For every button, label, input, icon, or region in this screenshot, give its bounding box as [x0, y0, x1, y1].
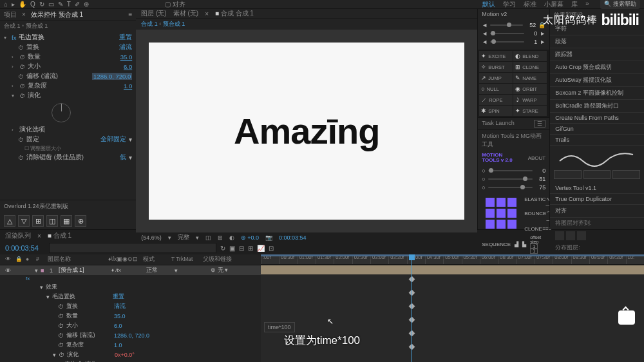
motion-slider-3[interactable] — [490, 41, 524, 43]
slider-left-icon[interactable]: ◄ — [482, 22, 488, 28]
panel-item[interactable]: 跟踪器 — [550, 48, 644, 61]
overlord-btn-1[interactable]: △ — [4, 215, 15, 227]
tl-icon-3[interactable]: ⊟ — [239, 245, 244, 252]
motion-action-spin[interactable]: ✱SPIN — [479, 106, 513, 116]
effects-presets-header[interactable]: 效果和预设 — [550, 9, 644, 21]
panel-item[interactable]: Auto Crop 预合成裁切 — [550, 61, 644, 74]
mt-slider-2[interactable] — [488, 178, 533, 180]
val-displacement[interactable]: 湍流 — [119, 43, 132, 52]
overlord-btn-5[interactable]: ▦ — [61, 215, 72, 227]
motion-action-excite[interactable]: ✦EXCITE — [479, 51, 513, 61]
tab-footage[interactable]: 素材 (无) — [173, 9, 198, 18]
motion-action-clone[interactable]: ⊞CLONE — [513, 62, 547, 72]
comp-breadcrumb: 合成 1 ‹ 预合成 1 — [136, 19, 477, 30]
tab-layer[interactable]: 图层 (无) — [141, 9, 166, 18]
task-launch-box[interactable]: ☰ — [534, 120, 545, 128]
stamp-tool-icon[interactable]: ⊛ — [84, 1, 89, 8]
val-complexity[interactable]: 1.0 — [124, 82, 132, 90]
timeline-layer-1[interactable]: 👁 ▾■1 [预合成 1] ♦ /fx 正常▾ ⊚ 无 ▾ — [0, 265, 261, 275]
motion-action-jump[interactable]: ↗JUMP — [479, 73, 513, 83]
selection-tool-icon[interactable]: ▸ — [12, 1, 15, 8]
workspace-tab-library[interactable]: 库 — [571, 0, 578, 9]
motion-action-blend[interactable]: ◐BLEND — [513, 51, 547, 61]
trails-btn-3[interactable] — [612, 170, 640, 179]
tl-icon-2[interactable]: ▣ — [229, 245, 235, 252]
prop-evolve-options[interactable]: 演化选项 — [19, 126, 132, 134]
val-amount[interactable]: 35.0 — [120, 53, 133, 61]
help-search[interactable]: 🔍 搜索帮助 — [600, 0, 640, 9]
motion-slider-1[interactable] — [490, 24, 523, 26]
effect-controls-tab[interactable]: 效果控件 预合成 1 — [31, 10, 83, 19]
tl-icon-graph[interactable]: 📈 — [257, 245, 265, 252]
lock-icon[interactable]: 🔒 — [538, 22, 545, 28]
align-panel-header[interactable]: 对齐 — [550, 205, 644, 218]
panel-item[interactable]: Boxcam 2 平面摄像机控制 — [550, 87, 644, 100]
overlord-btn-2[interactable]: ▽ — [18, 215, 30, 227]
mt-slider-1[interactable] — [488, 170, 533, 171]
workspace-tab-default[interactable]: 默认 — [482, 0, 495, 9]
panel-item[interactable]: 字符 — [550, 23, 644, 35]
val-antialias[interactable]: 低 — [120, 153, 126, 162]
task-launch-label: Task Launch ☰ — [478, 117, 549, 129]
val-offset[interactable]: 1286.0, 720.0 — [92, 73, 132, 80]
motion-action-null[interactable]: ○NULL — [479, 84, 513, 94]
timeline-search[interactable] — [49, 243, 216, 253]
evolution-dial[interactable] — [52, 103, 71, 122]
truecomp-item[interactable]: True Comp Duplicator — [550, 194, 644, 205]
tl-icon-4[interactable]: ⊞ — [248, 245, 253, 252]
rotate-tool-icon[interactable]: ↻ — [39, 1, 44, 8]
workspace-tab-small[interactable]: 小屏幕 — [544, 0, 564, 9]
panel-item[interactable]: 段落 — [550, 35, 644, 48]
shape-tool-icon[interactable]: ▭ — [48, 1, 54, 8]
workspace-tab-standard[interactable]: 标准 — [524, 0, 536, 9]
panel-item[interactable]: Trails — [550, 135, 644, 146]
val-size[interactable]: 6.0 — [124, 63, 132, 70]
timeline-timecode[interactable]: 0:00:03;54 — [0, 243, 44, 253]
panel-item[interactable]: GifGun — [550, 124, 644, 135]
viewer-area[interactable]: Amazīng — [136, 30, 477, 233]
motion-action-orbit[interactable]: ◉ORBIT — [513, 84, 547, 94]
panel-item[interactable]: Create Nulls From Paths — [550, 113, 644, 124]
zoom-tool-icon[interactable]: Q — [30, 1, 35, 8]
right-dock: 效果和预设 字符段落跟踪器Auto Crop 预合成裁切AutoSway 摇摆汉… — [549, 9, 644, 229]
panel-item[interactable]: AutoSway 摇摆汉化版 — [550, 74, 644, 87]
workspace-tab-learn[interactable]: 学习 — [503, 0, 516, 9]
overlord-btn-4[interactable]: ◫ — [46, 215, 58, 227]
motion-action-warp[interactable]: ⤸WARP — [513, 95, 547, 105]
motion-slider-2[interactable] — [490, 33, 524, 34]
overlord-btn-3[interactable]: ⊞ — [32, 215, 44, 227]
overlord-btn-6[interactable]: ⊕ — [75, 215, 86, 227]
text-tool-icon[interactable]: T — [67, 1, 71, 8]
brush-tool-icon[interactable]: ✐ — [75, 1, 80, 8]
motion-action-stare[interactable]: ✦STARE — [513, 106, 547, 116]
tl-icon-1[interactable]: ↻ — [220, 245, 225, 252]
home-icon[interactable]: ⌂ — [4, 1, 8, 8]
vertex-tool-item[interactable]: Vertex Tool v1.1 — [550, 183, 644, 194]
work-area-bar[interactable] — [261, 254, 644, 256]
timeline-layer-panel: 👁🔒● # 图层名称 ♦\fx▣◉⊙⊡ 模式 T TrkMat 父级和链接 👁 … — [0, 254, 261, 362]
effect-name[interactable]: 毛边置换 — [19, 33, 117, 42]
motion-action-name[interactable]: ✎NAME — [513, 73, 547, 83]
tab-composition[interactable]: ■ 合成 合成 1 — [215, 9, 254, 18]
panel-item[interactable]: BoltCradle 路径圆角封口 — [550, 100, 644, 113]
playhead[interactable] — [412, 254, 412, 362]
prop-antialias: 消除锯齿 (最佳品质) — [26, 153, 117, 162]
hand-tool-icon[interactable]: ✋ — [19, 1, 26, 8]
motion-action-burst[interactable]: ✧BURST — [479, 62, 513, 72]
motion-action-rope[interactable]: ⟋ROPE — [479, 95, 513, 105]
tl-icon-snap[interactable]: ⊡ — [269, 245, 274, 252]
reset-link[interactable]: 重置 — [119, 33, 132, 42]
pen-tool-icon[interactable]: ✎ — [58, 1, 63, 8]
trails-btn-2[interactable] — [583, 170, 611, 179]
val-pinning[interactable]: 全部固定 — [100, 135, 126, 144]
trails-btn-1[interactable] — [554, 170, 582, 179]
about-button[interactable]: ABOUT — [528, 155, 546, 161]
tab-comp1[interactable]: ■ 合成 1 — [48, 231, 71, 240]
mt-slider-3[interactable] — [488, 187, 533, 188]
workspace-more[interactable]: » — [585, 0, 589, 9]
anchor-grid[interactable] — [482, 195, 520, 231]
layer-track-bar[interactable] — [261, 265, 644, 274]
tab-render-queue[interactable]: 渲染队列 — [5, 231, 31, 240]
project-tab[interactable]: 项目 — [4, 10, 17, 19]
snap-toggle[interactable]: ▢ 对齐 — [165, 0, 185, 9]
